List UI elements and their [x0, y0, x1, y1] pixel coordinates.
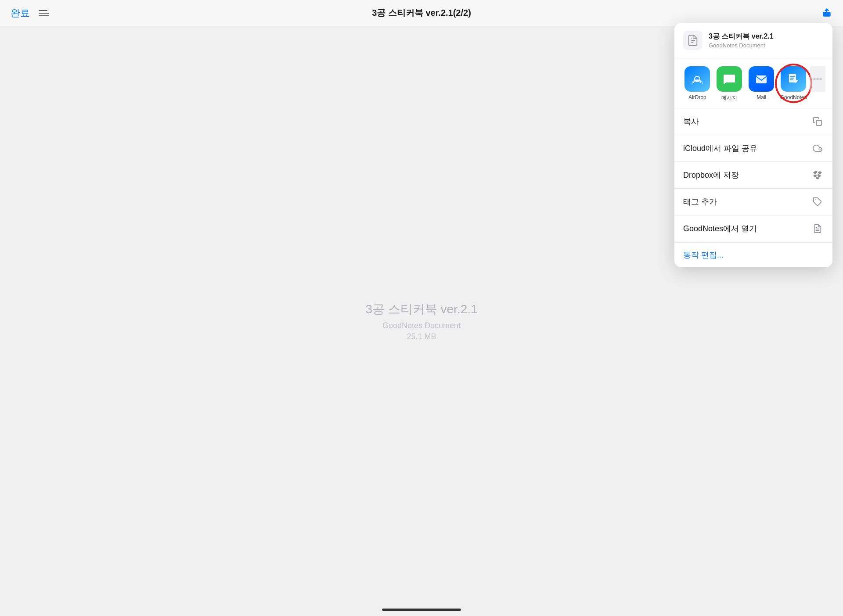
doc-title: 3공 스티커북 ver.2.1 [365, 301, 477, 318]
nav-bar: 완료 3공 스티커북 ver.2.1(2/2) [0, 0, 843, 26]
messages-svg [722, 72, 736, 86]
dropbox-icon [811, 169, 824, 181]
action-list: 복사 iCloud에서 파일 공유 Dropbox에 저장 [674, 108, 832, 242]
airdrop-svg [690, 72, 704, 86]
svg-rect-4 [756, 75, 767, 83]
app-icon-airdrop[interactable]: AirDrop [681, 66, 713, 100]
doc-info: 3공 스티커북 ver.2.1 GoodNotes Document 25.1 … [365, 301, 477, 341]
file-doc-icon [687, 34, 699, 47]
svg-rect-12 [816, 120, 821, 125]
more-icon-img [810, 66, 825, 92]
app-icon-messages[interactable]: 메시지 [713, 66, 746, 102]
goodnotes-svg [786, 72, 800, 86]
svg-point-11 [819, 78, 821, 80]
home-indicator [382, 609, 461, 611]
svg-point-10 [816, 78, 818, 80]
doc-size: 25.1 MB [365, 332, 477, 341]
app-icon-more[interactable] [810, 66, 825, 94]
nav-title: 3공 스티커북 ver.2.1(2/2) [372, 7, 471, 19]
list-line-1 [39, 10, 47, 11]
action-tag-label: 태그 추가 [683, 197, 717, 207]
action-tag[interactable]: 태그 추가 [674, 189, 832, 215]
list-line-2 [39, 13, 49, 14]
action-copy-label: 복사 [683, 116, 699, 127]
app-icon-goodnotes[interactable]: GoodNotes [778, 66, 810, 100]
messages-icon-img [717, 66, 742, 92]
share-button[interactable] [821, 7, 832, 19]
action-copy[interactable]: 복사 [674, 108, 832, 135]
doc-type: GoodNotes Document [365, 321, 477, 330]
file-sub: GoodNotes Document [709, 42, 774, 49]
dropbox-svg [813, 170, 822, 180]
goodnotes-icon-img [781, 66, 806, 92]
airdrop-icon-img [684, 66, 710, 92]
action-open-goodnotes-label: GoodNotes에서 열기 [683, 223, 757, 234]
action-dropbox-label: Dropbox에 저장 [683, 170, 739, 180]
action-open-goodnotes[interactable]: GoodNotes에서 열기 [674, 215, 832, 242]
airdrop-label: AirDrop [688, 94, 706, 100]
edit-actions: 동작 편집... [674, 242, 832, 267]
tag-icon [811, 196, 824, 208]
icloud-icon [811, 142, 824, 154]
mail-label: Mail [757, 94, 766, 100]
goodnotes-label: GoodNotes [780, 94, 807, 100]
messages-label: 메시지 [721, 94, 737, 102]
file-details: 3공 스티커북 ver.2.1 GoodNotes Document [709, 32, 774, 49]
file-icon [683, 31, 702, 50]
mail-icon-img [749, 66, 774, 92]
action-icloud-label: iCloud에서 파일 공유 [683, 143, 757, 154]
done-button[interactable]: 완료 [11, 7, 30, 20]
app-icons-row: AirDrop 메시지 Mail [674, 58, 832, 108]
edit-actions-link[interactable]: 동작 편집... [683, 251, 724, 259]
action-icloud[interactable]: iCloud에서 파일 공유 [674, 135, 832, 162]
more-svg [811, 73, 824, 85]
action-dropbox[interactable]: Dropbox에 저장 [674, 162, 832, 189]
file-info-row: 3공 스티커북 ver.2.1 GoodNotes Document [674, 23, 832, 58]
share-panel: 3공 스티커북 ver.2.1 GoodNotes Document AirDr… [674, 23, 832, 267]
app-icon-mail[interactable]: Mail [746, 66, 778, 100]
nav-left: 완료 [11, 7, 49, 20]
file-name: 3공 스티커북 ver.2.1 [709, 32, 774, 41]
share-icon [821, 7, 832, 18]
open-goodnotes-icon [811, 222, 824, 235]
copy-icon [811, 115, 824, 128]
list-view-button[interactable] [39, 10, 49, 16]
mail-svg [754, 72, 768, 86]
list-line-3 [39, 15, 49, 16]
svg-point-9 [813, 78, 815, 80]
